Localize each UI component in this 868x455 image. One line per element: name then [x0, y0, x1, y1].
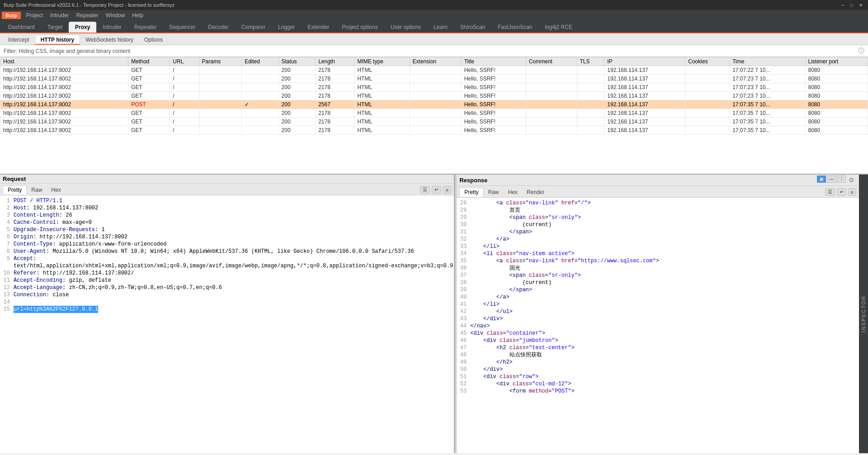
col-title[interactable]: Title — [461, 57, 526, 66]
col-mime[interactable]: MIME type — [354, 57, 410, 66]
table-row[interactable]: http://192.168.114.137:8002GET/2002178HT… — [0, 126, 868, 135]
response-menu-btn[interactable]: ≡ — [848, 188, 856, 196]
title-bar: Burp Suite Professional v2022.6.1 - Temp… — [0, 0, 868, 10]
col-comment[interactable]: Comment — [526, 57, 577, 66]
response-view-btn-2[interactable]: — — [827, 175, 836, 183]
request-tab-hex[interactable]: Hex — [47, 186, 65, 194]
table-row[interactable]: http://192.168.114.137:8002GET/2002178HT… — [0, 109, 868, 118]
sub-tab-intercept[interactable]: Intercept — [3, 35, 35, 45]
request-pane: Request Pretty Raw Hex ☰ ↵ ≡ 1POST / HTT… — [0, 175, 455, 453]
sub-tab-websockets[interactable]: WebSockets history — [80, 35, 139, 45]
tab-user-options[interactable]: User options — [384, 22, 427, 33]
col-ip[interactable]: IP — [604, 57, 685, 66]
line-content: User-Agent: Mozilla/5.0 (Windows NT 10.0… — [14, 248, 414, 255]
col-edited[interactable]: Edited — [241, 57, 278, 66]
col-cookies[interactable]: Cookies — [685, 57, 730, 66]
tab-project-options[interactable]: Project options — [335, 22, 384, 33]
restore-button[interactable]: □ — [848, 1, 855, 9]
tab-sequencer[interactable]: Sequencer — [163, 22, 202, 33]
col-ext[interactable]: Extension — [410, 57, 461, 66]
response-tab-pretty[interactable]: Pretty — [459, 188, 483, 197]
request-menu-btn[interactable]: ≡ — [443, 186, 451, 194]
response-tab-render[interactable]: Render — [522, 188, 549, 196]
tab-fastjsonscan[interactable]: FastJsonScan — [491, 22, 538, 33]
history-table[interactable]: Host Method URL Params Edited Status Len… — [0, 57, 868, 175]
col-length[interactable]: Length — [316, 57, 354, 66]
response-view-btn-3[interactable]: ⋮ — [837, 175, 846, 183]
line-content: url=http%3A%2F%2F127.0.0.1 — [14, 306, 98, 313]
menu-item-project[interactable]: Project — [23, 10, 47, 21]
menu-item-help[interactable]: Help — [128, 10, 147, 21]
response-text-btn[interactable]: ☰ — [825, 188, 835, 196]
tab-shiroscan[interactable]: ShiroScan — [454, 22, 491, 33]
col-status[interactable]: Status — [278, 57, 316, 66]
cell-15: 8080 — [805, 126, 868, 135]
line-number: 2 — [1, 204, 14, 212]
minimize-button[interactable]: ─ — [839, 1, 846, 9]
response-view-btn-1[interactable]: ▦ — [817, 175, 826, 183]
cell-7: HTML — [354, 83, 410, 92]
tab-target[interactable]: Target — [41, 22, 69, 33]
request-wrap-btn[interactable]: ↵ — [432, 186, 441, 194]
filter-bar[interactable]: Filter: Hiding CSS, image and general bi… — [0, 45, 868, 57]
response-wrap-btn[interactable]: ↵ — [837, 188, 846, 196]
cell-11 — [577, 118, 604, 126]
tab-dashboard[interactable]: Dashboard — [2, 22, 41, 33]
response-content[interactable]: 28 <a class="nav-link" href="/">29 首页29 … — [457, 198, 859, 453]
tab-logger[interactable]: Logger — [272, 22, 301, 33]
col-url[interactable]: URL — [170, 57, 199, 66]
close-button[interactable]: ✕ — [857, 1, 864, 9]
cell-1: POST — [128, 100, 170, 109]
tab-learn[interactable]: Learn — [427, 22, 454, 33]
request-content[interactable]: 1POST / HTTP/1.12Host: 192.168.114.137:8… — [0, 195, 454, 453]
cell-7: HTML — [354, 66, 410, 75]
tab-comparer[interactable]: Comparer — [235, 22, 272, 33]
sub-tab-options[interactable]: Options — [139, 35, 168, 45]
col-host[interactable]: Host — [0, 57, 128, 66]
code-line: 13Connection: close — [0, 291, 454, 299]
sub-tab-http-history[interactable]: HTTP history — [35, 35, 80, 45]
help-icon[interactable]: ⓘ — [858, 47, 864, 55]
tab-proxy[interactable]: Proxy — [69, 22, 96, 33]
tab-repeater[interactable]: Repeater — [128, 22, 163, 33]
response-tab-hex[interactable]: Hex — [504, 188, 522, 196]
menu-item-window[interactable]: Window — [102, 10, 129, 21]
table-row[interactable]: http://192.168.114.137:8002POST/✓2002567… — [0, 100, 868, 109]
settings-icon[interactable]: ⚙ — [847, 175, 856, 185]
table-row[interactable]: http://192.168.114.137:8002GET/2002178HT… — [0, 118, 868, 126]
tab-extender[interactable]: Extender — [301, 22, 335, 33]
menu-item-repeater[interactable]: Repeater — [72, 10, 102, 21]
line-number: 34 — [458, 250, 470, 257]
request-tab-pretty[interactable]: Pretty — [3, 185, 27, 194]
cell-12: 192.168.114.137 — [604, 92, 685, 100]
col-params[interactable]: Params — [199, 57, 241, 66]
response-tab-raw[interactable]: Raw — [484, 188, 504, 196]
burp-logo[interactable]: Burp — [2, 12, 21, 19]
line-content: <a class="nav-link" href="https://www.sq… — [470, 257, 659, 265]
tab-decoder[interactable]: Decoder — [202, 22, 235, 33]
line-content: <h2 class="text-center"> — [470, 344, 574, 351]
cell-14: 17:07:23 7 10... — [730, 83, 805, 92]
request-tab-raw[interactable]: Raw — [27, 186, 47, 194]
cell-15: 8080 — [805, 92, 868, 100]
code-line: 7Content-Type: application/x-www-form-ur… — [0, 241, 454, 248]
line-content: <div class="col-md-12"> — [470, 380, 571, 388]
request-text-btn[interactable]: ☰ — [420, 186, 430, 194]
table-row[interactable]: http://192.168.114.137:8002GET/2002178HT… — [0, 83, 868, 92]
menu-item-intruder[interactable]: Intruder — [47, 10, 72, 21]
cell-5: 200 — [278, 92, 316, 100]
line-number: 43 — [458, 315, 470, 322]
table-row[interactable]: http://192.168.114.137:8002GET/2002178HT… — [0, 92, 868, 100]
table-row[interactable]: http://192.168.114.137:8002GET/2002178HT… — [0, 75, 868, 83]
col-port[interactable]: Listener port — [805, 57, 868, 66]
col-method[interactable]: Method — [128, 57, 170, 66]
col-tls[interactable]: TLS — [577, 57, 604, 66]
line-content: <span class="sr-only"> — [470, 214, 581, 221]
table-row[interactable]: http://192.168.114.137:8002GET/2002178HT… — [0, 66, 868, 75]
inspector-sidebar[interactable]: INSPECTOR — [859, 175, 868, 453]
tab-log4j2rce[interactable]: log4j2 RCE — [538, 22, 579, 33]
col-time[interactable]: Time — [730, 57, 805, 66]
cell-2: / — [170, 83, 199, 92]
tab-intruder[interactable]: Intruder — [96, 22, 127, 33]
cell-13 — [685, 92, 730, 100]
